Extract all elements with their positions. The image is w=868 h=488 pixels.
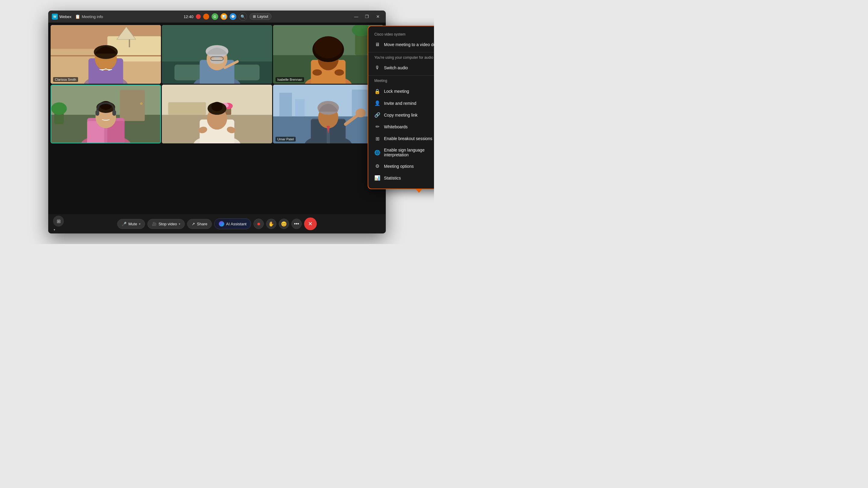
svg-rect-45 [96,110,99,116]
lock-meeting-item[interactable]: 🔒 Lock meeting [368,85,434,97]
emoji-button[interactable]: 😊 [279,219,289,229]
window-controls: — ❐ ✕ [352,12,382,21]
statistics-item[interactable]: 📊 Statistics [368,172,434,184]
context-menu: Cisco video system 🖥 Move meeting to a v… [368,26,434,189]
invite-remind-left: 👤 Invite and remind [374,100,416,106]
stop-video-label: Stop video [158,222,177,226]
end-call-button[interactable]: ✕ [304,218,317,230]
record-icon: ⏺ [256,221,261,226]
layout-toggle-icon: ⊞ [57,218,61,224]
toolbar-left: ⊞ ▾ [53,216,64,232]
breakout-label: Enable breakout sessions [384,136,432,141]
svg-rect-34 [140,102,143,105]
search-button[interactable]: 🔍 [239,12,247,21]
participant-video-2 [162,25,272,84]
switch-audio-left: 🎙 Switch audio [374,65,408,70]
svg-point-29 [313,69,322,76]
maximize-button[interactable]: ❐ [363,12,371,21]
breakout-icon: ⊞ [374,136,380,141]
participant-name-3: Isabelle Brennan [276,77,304,82]
svg-rect-50 [168,102,206,115]
status-circle-1 [203,13,209,20]
device-icon: 🖥 [374,42,380,47]
divider-1 [368,52,434,53]
participant-video-4 [51,85,160,143]
copy-link-item[interactable]: 🔗 Copy meeting link [368,109,434,121]
whiteboards-label: Whiteboards [384,124,408,129]
participant-video-3 [273,25,383,84]
webex-label: Webex [59,14,71,19]
reactions-button[interactable]: ✋ [266,219,276,229]
participant-name-6: Umar Patel [276,137,296,141]
sign-language-item[interactable]: 🌐 Enable sign language interpretation [368,144,434,160]
invite-remind-label: Invite and remind [384,101,416,106]
sign-language-text: Enable sign language interpretation [384,148,425,157]
participant-video-1 [51,25,161,84]
sign-language-line2: interpretation [384,153,425,157]
invite-icon: 👤 [374,100,380,106]
meeting-info-icon: 📋 [75,14,80,19]
invite-remind-item[interactable]: 👤 Invite and remind [368,97,434,109]
meeting-options-left: ⚙ Meeting options [374,163,414,169]
share-icon: ↗ [192,222,195,226]
webex-logo: W Webex [52,13,71,20]
layout-toggle-button[interactable]: ⊞ [53,216,64,227]
video-cell-2 [162,25,272,84]
end-call-icon: ✕ [308,221,313,227]
ai-assistant-button[interactable]: AI Assistant [214,218,251,229]
meeting-info-label: Meeting info [82,14,103,19]
video-cell-5 [162,85,272,143]
meeting-options-item[interactable]: ⚙ Meeting options [368,160,434,172]
titlebar: W Webex 📋 Meeting info 12:40 G 📊 💬 🔍 ⊞ L… [48,10,386,23]
chevron-dropdown: ▾ [54,228,55,231]
toolbar: ⊞ ▾ 🎤 Mute ▾ 🎥 Stop video ▾ ↗ Share AI A… [48,214,386,233]
ai-label: AI Assistant [226,222,247,226]
layout-icon: ⊞ [253,14,256,19]
meeting-options-label: Meeting options [384,164,414,169]
mute-chevron: ▾ [139,222,141,226]
recording-indicator [196,14,201,19]
share-label: Share [197,222,207,226]
close-button[interactable]: ✕ [374,12,382,21]
minimize-button[interactable]: — [352,12,361,21]
whiteboards-item[interactable]: ✏ Whiteboards [368,121,434,133]
switch-audio-item[interactable]: 🎙 Switch audio [368,62,434,73]
whiteboards-left: ✏ Whiteboards [374,124,408,130]
svg-point-17 [210,58,224,64]
ai-icon [219,221,224,227]
svg-point-58 [211,102,223,111]
status-circle-2: G [212,13,218,20]
svg-rect-33 [120,90,145,121]
mute-button[interactable]: 🎤 Mute ▾ [117,219,145,229]
move-to-device-item[interactable]: 🖥 Move meeting to a video device [368,39,434,50]
move-to-device-label: Move meeting to a video device [384,42,434,47]
record-button[interactable]: ⏺ [253,219,264,229]
more-icon: ••• [294,221,299,227]
lock-meeting-left: 🔒 Lock meeting [374,89,409,94]
sign-language-icon: 🌐 [374,150,380,156]
stop-video-button[interactable]: 🎥 Stop video ▾ [147,219,185,229]
copy-link-label: Copy meeting link [384,113,417,118]
cisco-section-title: Cisco video system [368,31,434,39]
mute-icon: 🎤 [122,222,127,226]
webex-icon: W [52,13,58,20]
svg-rect-64 [279,93,292,116]
divider-2 [368,75,434,76]
svg-point-28 [314,36,342,58]
statistics-icon: 📊 [374,175,380,181]
mute-label: Mute [128,222,137,226]
meeting-section-title: Meeting [368,77,434,85]
svg-rect-65 [295,99,304,117]
svg-point-76 [355,108,366,117]
whiteboard-icon: ✏ [374,124,380,130]
share-button[interactable]: ↗ Share [187,219,212,229]
layout-button[interactable]: ⊞ Layout [250,13,272,20]
breakout-sessions-item[interactable]: ⊞ Enable breakout sessions [368,133,434,144]
sign-language-left: 🌐 Enable sign language interpretation [374,148,425,157]
meeting-info-tab[interactable]: 📋 Meeting info [75,14,103,19]
sign-language-line1: Enable sign language [384,148,425,153]
more-options-button[interactable]: ••• [291,219,302,229]
time-display: 12:40 [184,14,193,19]
svg-rect-5 [129,39,130,47]
audio-icon: 🎙 [374,65,380,70]
